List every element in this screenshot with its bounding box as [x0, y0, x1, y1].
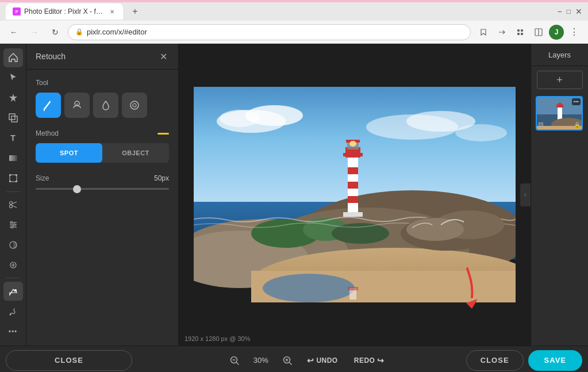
close-left-button[interactable]: CLOSE: [6, 350, 132, 371]
redo-button[interactable]: REDO ↪: [349, 354, 389, 367]
svg-line-83: [289, 362, 291, 365]
undo-button[interactable]: ↩ UNDO: [302, 354, 343, 367]
scissors-tool[interactable]: [3, 195, 23, 214]
app-container: T: [0, 44, 588, 372]
bottom-bar: CLOSE 30% ↩ UNDO REDO ↪ CLOSE SAVE: [0, 346, 588, 372]
svg-point-41: [455, 124, 507, 141]
heal-tool[interactable]: [3, 255, 23, 274]
extensions-button[interactable]: [512, 24, 528, 40]
canvas-collapse-button[interactable]: ›: [520, 183, 531, 206]
canvas-area[interactable]: › 1920 x 1280 px @ 30%: [179, 44, 531, 346]
brush-option-button[interactable]: [36, 93, 61, 118]
svg-rect-16: [16, 181, 17, 182]
svg-point-26: [11, 226, 13, 228]
circle-adjust-tool[interactable]: [3, 235, 23, 254]
profile-avatar[interactable]: J: [549, 25, 564, 40]
slider-fill: [36, 188, 76, 190]
retouch-tool[interactable]: [3, 282, 23, 301]
text-tool[interactable]: T: [3, 129, 23, 148]
select-tool[interactable]: [3, 68, 23, 87]
magic-tool[interactable]: [3, 89, 23, 108]
canvas-image[interactable]: [194, 87, 516, 302]
gradient-tool[interactable]: [3, 149, 23, 168]
method-indicator: [157, 133, 169, 135]
minimize-button[interactable]: −: [558, 7, 562, 16]
svg-point-49: [263, 274, 355, 302]
method-section-label: Method: [36, 129, 59, 137]
zoom-out-button[interactable]: [226, 352, 243, 369]
save-button[interactable]: SAVE: [528, 350, 582, 371]
reload-button[interactable]: ↻: [47, 24, 63, 40]
undo-icon: ↩: [307, 356, 314, 365]
svg-point-61: [349, 141, 356, 147]
url-text: pixlr.com/x/#editor: [87, 28, 147, 36]
add-layer-icon: +: [556, 74, 563, 86]
panel-close-button[interactable]: ✕: [157, 51, 169, 62]
size-section: Size 50px: [36, 174, 169, 190]
svg-rect-13: [9, 174, 11, 176]
add-layer-button[interactable]: +: [537, 71, 583, 89]
adjustment-tool[interactable]: [3, 215, 23, 234]
crop-tool[interactable]: [3, 109, 23, 128]
more-tools[interactable]: •••: [3, 322, 23, 341]
bookmark-button[interactable]: [475, 24, 491, 40]
address-bar[interactable]: 🔒 pixlr.com/x/#editor: [68, 24, 471, 40]
transform-tool[interactable]: [3, 169, 23, 188]
svg-rect-11: [9, 155, 17, 161]
layers-panel: Layers + •••: [531, 44, 588, 346]
svg-point-25: [13, 224, 16, 226]
menu-button[interactable]: ⋮: [566, 24, 582, 40]
close-right-button[interactable]: CLOSE: [466, 350, 524, 371]
left-toolbar: T: [0, 44, 26, 346]
layer-thumbnail[interactable]: ••• 🔒 🖼: [536, 96, 583, 131]
object-method-button[interactable]: OBJECT: [102, 143, 169, 163]
method-buttons: SPOT OBJECT: [36, 143, 169, 163]
retouch-panel: Retouch ✕ Tool: [26, 44, 179, 346]
svg-rect-10: [11, 116, 17, 122]
paint-tool[interactable]: [3, 302, 23, 321]
redo-icon: ↪: [377, 356, 385, 365]
share-button[interactable]: [494, 24, 510, 40]
undo-label: UNDO: [316, 356, 337, 365]
svg-rect-5: [521, 33, 523, 35]
size-slider[interactable]: [36, 188, 169, 190]
svg-point-33: [130, 101, 139, 109]
svg-line-19: [12, 202, 17, 204]
svg-point-65: [406, 218, 464, 241]
svg-rect-54: [348, 167, 358, 174]
layer-options-button[interactable]: •••: [572, 98, 581, 105]
layer-lock-icon: 🔒: [574, 122, 581, 128]
back-button[interactable]: ←: [6, 24, 22, 40]
svg-point-24: [10, 221, 13, 224]
svg-rect-3: [521, 29, 523, 32]
svg-rect-55: [348, 182, 358, 189]
tab-favicon: P: [13, 7, 21, 16]
tab-title: Photo Editor : Pixlr X - free im...: [24, 7, 105, 16]
home-tool[interactable]: [3, 48, 23, 67]
spot-method-button[interactable]: SPOT: [36, 143, 102, 163]
stamp-option-button[interactable]: [64, 93, 90, 118]
svg-marker-8: [9, 94, 17, 102]
size-value: 50px: [154, 174, 169, 182]
close-button[interactable]: ✕: [575, 7, 582, 16]
svg-rect-62: [343, 212, 363, 217]
bottom-right: CLOSE SAVE: [466, 350, 582, 371]
svg-point-38: [220, 110, 260, 127]
split-view-button[interactable]: [531, 24, 547, 40]
zoom-in-button[interactable]: [279, 352, 295, 369]
redo-label: REDO: [354, 356, 375, 365]
drop-option-button[interactable]: [93, 93, 118, 118]
eraser-option-button[interactable]: [122, 93, 147, 118]
forward-button[interactable]: →: [26, 24, 43, 40]
svg-point-74: [558, 103, 562, 106]
panel-body: Tool: [26, 70, 178, 346]
panel-header: Retouch ✕: [26, 44, 178, 70]
maximize-button[interactable]: □: [567, 7, 571, 16]
method-header: Method: [36, 129, 169, 137]
slider-thumb[interactable]: [73, 185, 81, 193]
new-tab-button[interactable]: +: [128, 4, 143, 19]
svg-rect-2: [517, 29, 520, 32]
svg-rect-14: [16, 174, 17, 176]
browser-tab[interactable]: P Photo Editor : Pixlr X - free im... ✕: [6, 3, 123, 20]
tab-close-icon[interactable]: ✕: [108, 7, 116, 16]
